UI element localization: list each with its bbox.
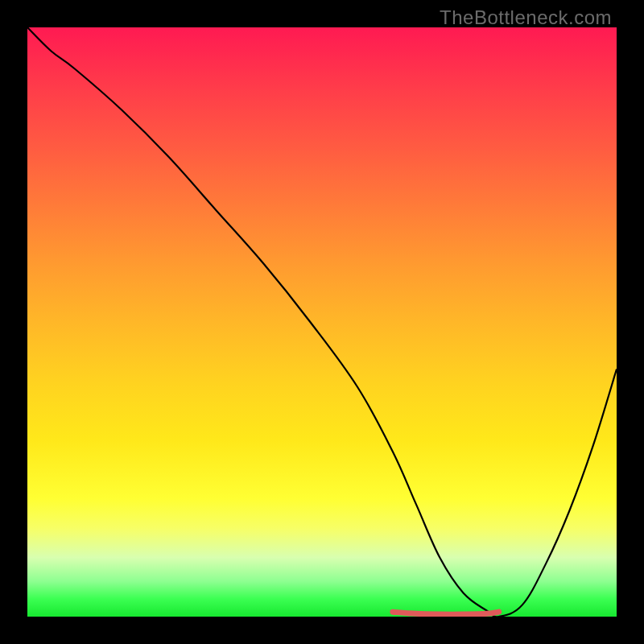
- plot-area: [27, 27, 617, 617]
- optimal-segment: [393, 612, 499, 614]
- curve-path: [27, 27, 617, 617]
- watermark-text: TheBottleneck.com: [440, 6, 612, 29]
- chart-frame: TheBottleneck.com: [0, 0, 644, 644]
- bottleneck-curve: [27, 27, 617, 617]
